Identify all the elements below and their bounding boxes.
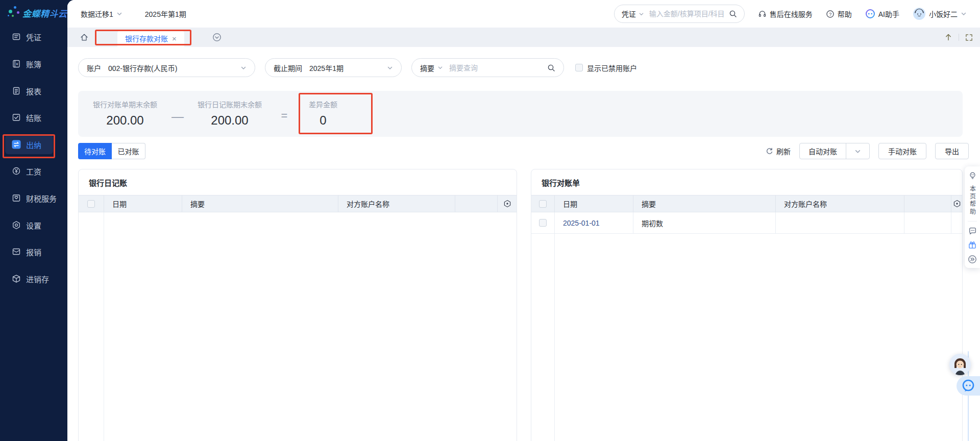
journal-balance-value: 200.00 xyxy=(189,113,271,128)
period-filter-label: 截止期间 xyxy=(274,63,302,73)
sidebar-item-closing[interactable]: 结账 xyxy=(5,108,62,127)
bank-statement-title: 银行对账单 xyxy=(531,169,962,195)
sidebar-item-label: 报销 xyxy=(26,247,41,257)
sidebar-item-label: 凭证 xyxy=(26,32,41,42)
column-settings-icon[interactable] xyxy=(503,200,511,208)
column-summary: 摘要 xyxy=(633,195,775,212)
feedback-bubble-icon[interactable] xyxy=(968,227,977,235)
journal-balance-label: 银行日记账期末余额 xyxy=(189,99,271,109)
user-menu[interactable]: 小饭好二 xyxy=(913,7,967,20)
sidebar-item-report[interactable]: 报表 xyxy=(5,81,62,101)
action-buttons: 刷新 自动对账 手动对账 导出 xyxy=(766,143,969,159)
search-icon[interactable] xyxy=(547,64,555,72)
fullscreen-icon[interactable] xyxy=(965,34,973,41)
collapse-up-icon[interactable] xyxy=(944,33,952,41)
page-help-label[interactable]: 本页帮助 xyxy=(968,185,977,216)
bank-statement-body: 2025-01-01 期初数 xyxy=(531,212,962,441)
tab-pending-reconciliation[interactable]: 待对账 xyxy=(78,143,112,159)
refresh-button[interactable]: 刷新 xyxy=(766,146,791,156)
reconciliation-tabs: 待对账 已对账 xyxy=(78,143,145,159)
online-service-label: 售后在线服务 xyxy=(770,9,813,19)
search-category-selector[interactable]: 凭证 xyxy=(622,9,644,19)
export-button[interactable]: 导出 xyxy=(935,143,969,159)
bank-journal-header: 日期 摘要 对方账户名称 xyxy=(79,195,517,212)
chevron-down-icon xyxy=(387,65,393,71)
sidebar-item-ledger[interactable]: ¥ 账簿 xyxy=(5,54,62,74)
report-icon xyxy=(12,86,21,95)
cashier-icon xyxy=(12,140,21,149)
account-set-selector[interactable]: 数据迁移1 xyxy=(81,9,122,19)
logo-text-secondary: 精斗云 xyxy=(40,9,67,19)
table-row[interactable]: 2025-01-01 期初数 xyxy=(531,212,962,234)
chevron-down-icon xyxy=(639,11,644,17)
statement-balance-label: 银行对账单期末余额 xyxy=(84,99,166,109)
settings-icon xyxy=(12,220,21,230)
summary-search-filter[interactable]: 摘要 xyxy=(411,58,564,77)
assistant-avatar[interactable] xyxy=(949,354,971,375)
gift-icon[interactable] xyxy=(968,240,977,250)
column-settings-cell xyxy=(951,195,962,212)
show-disabled-checkbox[interactable] xyxy=(575,64,583,71)
logo-text-primary: 金蝶 xyxy=(22,9,40,19)
sidebar-item-tax-service[interactable]: 财税服务 xyxy=(5,188,62,208)
bank-statement-panel: 银行对账单 日期 摘要 对方账户名称 2025-01-01 期初数 xyxy=(531,169,963,441)
account-filter[interactable]: 账户 002-银行存款(人民币) xyxy=(78,58,255,77)
user-avatar xyxy=(913,7,926,20)
app-logo: 金蝶精斗云 xyxy=(7,5,67,20)
account-filter-label: 账户 xyxy=(87,63,101,73)
summary-search-input[interactable] xyxy=(449,64,547,72)
row-checkbox[interactable] xyxy=(539,219,547,227)
manual-reconcile-button[interactable]: 手动对账 xyxy=(878,143,926,159)
ai-assistant-icon xyxy=(865,9,875,19)
sidebar-item-settings[interactable]: 设置 xyxy=(5,215,62,235)
global-search[interactable]: 凭证 xyxy=(614,5,745,23)
period-filter[interactable]: 截止期间 2025年1期 xyxy=(265,58,402,77)
topbar: 数据迁移1 2025年第1期 凭证 售后在线服务 ? 帮助 xyxy=(67,0,980,28)
current-period: 2025年第1期 xyxy=(145,9,186,19)
help-icon: ? xyxy=(826,10,835,18)
help-link[interactable]: ? 帮助 xyxy=(826,9,852,19)
sidebar-item-inventory[interactable]: 进销存 xyxy=(5,269,62,288)
column-divider xyxy=(554,234,555,441)
chevron-down-icon xyxy=(437,65,443,70)
show-disabled-accounts-toggle[interactable]: 显示已禁用账户 xyxy=(575,63,637,73)
tab-reconciled[interactable]: 已对账 xyxy=(112,143,145,159)
refresh-icon xyxy=(766,148,773,155)
column-settings-icon[interactable] xyxy=(953,200,961,208)
sidebar-item-cashier[interactable]: 出纳 xyxy=(5,135,53,154)
column-blank xyxy=(904,195,951,212)
select-all-cell xyxy=(531,195,554,212)
sidebar-item-salary[interactable]: 工资 xyxy=(5,161,62,181)
ai-assistant-link[interactable]: AI助手 xyxy=(865,9,899,19)
tab-bank-reconciliation[interactable]: 银行存款对账 × xyxy=(117,30,184,47)
row-settings-cell xyxy=(951,212,962,233)
auto-reconcile-dropdown[interactable] xyxy=(846,143,869,159)
tab-list-dropdown-icon[interactable] xyxy=(212,33,222,42)
auto-reconcile-button[interactable]: 自动对账 xyxy=(800,143,846,159)
show-disabled-label: 显示已禁用账户 xyxy=(587,63,637,73)
sidebar-item-label: 报表 xyxy=(26,86,41,96)
account-set-name: 数据迁移1 xyxy=(81,9,113,19)
sidebar-item-voucher[interactable]: 凭证 xyxy=(5,27,62,46)
sidebar-item-expense[interactable]: 报销 xyxy=(5,242,62,261)
select-all-checkbox[interactable] xyxy=(539,200,547,208)
search-icon[interactable] xyxy=(729,10,737,18)
search-input[interactable] xyxy=(649,10,724,18)
sidebar-item-label: 工资 xyxy=(26,166,41,177)
tab-close-icon[interactable]: × xyxy=(172,35,177,42)
row-select-cell xyxy=(531,212,554,233)
page-help-bulb-icon[interactable] xyxy=(968,172,977,180)
chat-assistant-button[interactable] xyxy=(957,376,980,396)
select-all-checkbox[interactable] xyxy=(87,200,95,208)
difference-block: 差异金额 0 xyxy=(282,99,364,128)
account-filter-value: 002-银行存款(人民币) xyxy=(108,63,177,73)
chevron-down-icon xyxy=(240,65,247,71)
sidebar-item-label: 账簿 xyxy=(26,59,41,69)
column-date: 日期 xyxy=(104,195,182,212)
column-blank xyxy=(455,195,497,212)
home-icon[interactable] xyxy=(80,33,89,42)
assistant-avatar-image xyxy=(949,354,971,375)
online-service-link[interactable]: 售后在线服务 xyxy=(758,9,813,19)
collapse-toolbar-icon[interactable] xyxy=(968,255,977,264)
row-counterparty xyxy=(775,212,904,233)
